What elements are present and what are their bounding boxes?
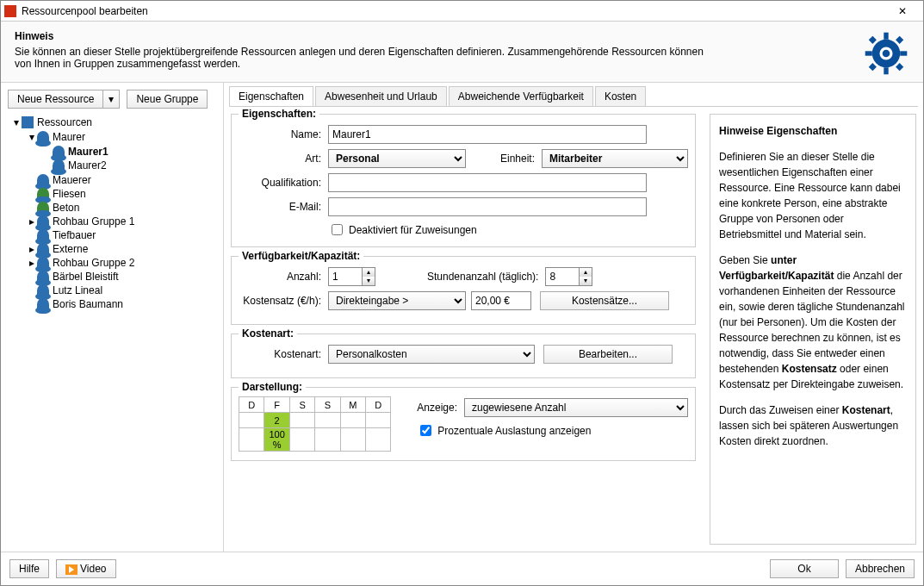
select-kostenart[interactable]: Personalkosten	[328, 345, 535, 364]
group-icon	[22, 116, 34, 128]
tree-item[interactable]: Bärbel Bleistift	[53, 271, 119, 283]
lbl-anzahl: Anzahl:	[239, 271, 321, 283]
person-icon	[37, 215, 49, 228]
ok-button[interactable]: Ok	[770, 559, 839, 578]
header-text: Sie können an dieser Stelle projektüberg…	[15, 46, 721, 70]
lbl-email: E-Mail:	[239, 201, 321, 213]
person-icon	[37, 257, 49, 269]
lbl-art: Art:	[239, 153, 321, 165]
select-anzeige[interactable]: zugewiesene Anzahl	[464, 398, 688, 417]
section-kostenart: Kostenart: Kostenart: Personalkosten Bea…	[231, 334, 696, 378]
play-icon	[65, 564, 78, 575]
svg-rect-8	[896, 36, 903, 44]
new-resource-dropdown[interactable]: ▾	[102, 90, 120, 109]
person-icon	[37, 174, 49, 186]
chk-deaktiviert[interactable]	[332, 224, 343, 235]
help-p1: Definieren Sie an dieser Stelle die wese…	[719, 149, 907, 242]
tab-eigenschaften[interactable]: Eigenschaften	[229, 86, 313, 106]
window-title: Ressourcenpool bearbeiten	[22, 5, 148, 17]
cancel-button[interactable]: Abbrechen	[846, 559, 915, 578]
tree-item[interactable]: Boris Baumann	[53, 298, 123, 310]
lbl-kostenart: Kostenart:	[239, 348, 321, 360]
video-button[interactable]: Video	[56, 559, 115, 578]
svg-rect-4	[884, 67, 888, 74]
legend-cap: Verfügbarkeit/Kapazität:	[239, 250, 363, 262]
tree-item[interactable]: Rohbau Gruppe 2	[53, 257, 134, 269]
help-title: Hinweise Eigenschaften	[719, 123, 907, 139]
person-icon	[37, 284, 49, 296]
app-icon	[4, 5, 16, 17]
lbl-prozent: Prozentuale Auslastung anzeigen	[437, 425, 591, 437]
section-kapazitaet: Verfügbarkeit/Kapazität: Anzahl: ▴▾ Stun…	[231, 256, 696, 325]
svg-point-2	[883, 50, 890, 58]
svg-rect-10	[896, 63, 903, 71]
svg-rect-7	[869, 36, 877, 44]
spinner-anzahl[interactable]: ▴▾	[363, 267, 375, 286]
person-icon	[37, 298, 49, 310]
spinner-stunden[interactable]: ▴▾	[580, 267, 592, 286]
input-qualifikation[interactable]	[328, 173, 647, 192]
tree-item[interactable]: Maurer	[53, 131, 85, 143]
input-anzahl[interactable]	[328, 267, 363, 286]
lbl-deaktiviert: Deaktiviert für Zuweisungen	[349, 224, 477, 236]
legend-props: Eigenschaften:	[239, 108, 319, 120]
help-p2: Geben Sie unter Verfügbarkeit/Kapazität …	[719, 252, 907, 392]
tree-item[interactable]: Externe	[53, 243, 88, 255]
help-p3: Durch das Zuweisen einer Kostenart, lass…	[719, 402, 907, 449]
person-icon	[37, 131, 49, 143]
person-icon	[53, 159, 65, 171]
tree-item[interactable]: Lutz Lineal	[53, 284, 102, 296]
person-icon	[37, 229, 49, 241]
section-eigenschaften: Eigenschaften: Name: Art: Personal Einhe…	[231, 114, 696, 247]
section-darstellung: Darstellung: DFSSMD 2 100 %	[231, 387, 696, 461]
lbl-kostensatz: Kostensatz (€/h):	[239, 295, 321, 307]
tab-kosten[interactable]: Kosten	[595, 86, 646, 106]
tree-item[interactable]: Beton	[53, 202, 79, 214]
tree-item[interactable]: Rohbau Gruppe 1	[53, 215, 134, 228]
lbl-einheit: Einheit:	[500, 153, 535, 165]
input-email[interactable]	[328, 197, 647, 216]
legend-kostenart: Kostenart:	[239, 327, 297, 340]
input-name[interactable]	[328, 125, 647, 144]
btn-kostensaetze[interactable]: Kostensätze...	[540, 291, 669, 310]
svg-rect-6	[900, 51, 907, 55]
person-icon	[37, 271, 49, 283]
help-panel: Hinweise Eigenschaften Definieren Sie an…	[710, 114, 916, 545]
close-icon[interactable]: ✕	[885, 5, 920, 17]
cell-count: 2	[264, 413, 290, 428]
chk-prozent[interactable]	[420, 425, 431, 436]
tab-abwesenheit[interactable]: Abwesenheit und Urlaub	[315, 86, 447, 106]
person-icon	[37, 243, 49, 255]
select-art[interactable]: Personal	[328, 149, 466, 168]
input-kostensatz[interactable]	[471, 291, 531, 310]
tree-item[interactable]: Mauerer	[53, 174, 91, 186]
material-icon	[37, 202, 49, 214]
btn-bearbeiten[interactable]: Bearbeiten...	[543, 345, 673, 364]
lbl-anzeige: Anzeige:	[417, 402, 457, 414]
tree-item[interactable]: Maurer1	[68, 146, 109, 158]
header-heading: Hinweis	[15, 30, 909, 42]
input-stunden[interactable]	[545, 267, 580, 286]
help-button[interactable]: Hilfe	[9, 559, 49, 578]
tree-item[interactable]: Fliesen	[53, 188, 86, 200]
svg-rect-3	[884, 33, 888, 40]
new-group-button[interactable]: Neue Gruppe	[127, 90, 208, 109]
select-kostensatz-mode[interactable]: Direkteingabe >	[328, 291, 466, 310]
resource-tree[interactable]: ▾Ressourcen ▾Maurer Maurer1 Maurer2 Maue…	[1, 115, 223, 312]
cell-percent: 100 %	[264, 428, 290, 452]
tree-root[interactable]: Ressourcen	[37, 116, 92, 128]
svg-rect-5	[865, 51, 872, 55]
svg-rect-9	[869, 63, 877, 71]
tab-verfuegbarkeit[interactable]: Abweichende Verfügbarkeit	[449, 86, 593, 106]
person-icon	[53, 146, 65, 158]
gear-icon	[863, 30, 909, 79]
tree-item[interactable]: Tiefbauer	[53, 229, 96, 241]
select-einheit[interactable]: Mitarbeiter	[542, 149, 688, 168]
lbl-qualifikation: Qualifikation:	[239, 177, 321, 189]
legend-darst: Darstellung:	[239, 381, 306, 393]
new-resource-button[interactable]: Neue Ressource	[8, 90, 102, 109]
tree-item[interactable]: Maurer2	[68, 159, 107, 171]
lbl-name: Name:	[239, 128, 321, 140]
darstellung-table: DFSSMD 2 100 %	[239, 396, 391, 452]
lbl-stunden: Stundenanzahl (täglich):	[427, 271, 538, 283]
